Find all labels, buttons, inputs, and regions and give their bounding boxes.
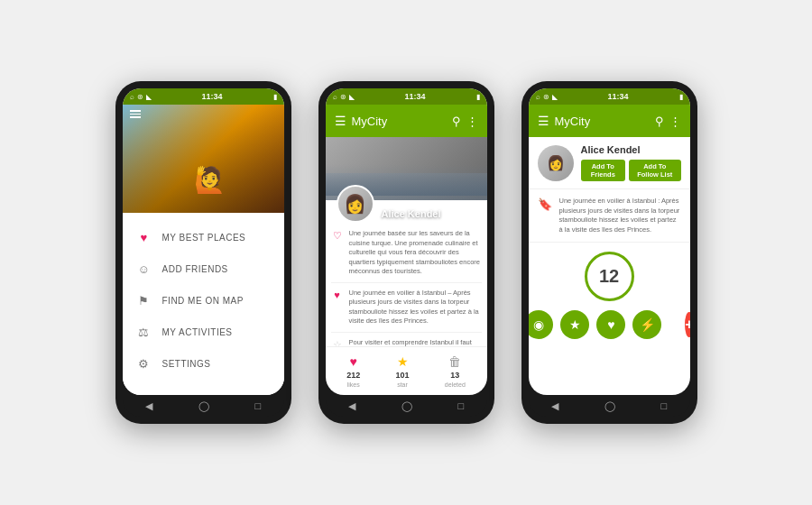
status-icons-3: ⌕ ⊛ ◣ — [536, 93, 558, 101]
menu-label-find-map: FIND ME ON MAP — [162, 296, 244, 306]
person-icon: ☺ — [137, 262, 152, 276]
menu-item-best-places[interactable]: ♥ MY BEST PLACES — [123, 222, 284, 253]
status-bar-2: ⌕ ⊛ ◣ 11:34 ▮ — [326, 88, 487, 105]
phones-container: ⌕ ⊛ ◣ 11:34 ▮ 🙋 — [97, 63, 715, 442]
activities-icon: ⚖ — [137, 326, 152, 339]
recent-icon-3[interactable]: □ — [660, 400, 667, 411]
phone-2-screen: ⌕ ⊛ ◣ 11:34 ▮ ☰ MyCity ⚲ ⋮ — [326, 88, 487, 395]
home-icon[interactable]: ◯ — [198, 400, 209, 412]
wifi-icon: ⊛ — [137, 93, 143, 101]
toolbar-action-icons-2: ⚲ ⋮ — [452, 115, 478, 128]
profile-header-2: 👩 Alice Kendel — [326, 137, 487, 218]
toolbar-action-icons-3: ⚲ ⋮ — [655, 115, 681, 128]
add-to-friends-button[interactable]: Add To Friends — [581, 160, 626, 181]
score-value-3: 12 — [599, 266, 619, 287]
fab-button-3[interactable]: + — [685, 312, 689, 337]
search-icon-2[interactable]: ⚲ — [452, 115, 461, 128]
heart-action-button[interactable]: ♥ — [596, 310, 625, 339]
profile-avatar-3: 👩 — [538, 145, 574, 181]
status-icons-2: ⌕ ⊛ ◣ — [333, 93, 355, 101]
stat-deleted-label: deleted — [445, 381, 466, 388]
heart-icon: ♥ — [137, 231, 152, 244]
toolbar-3: ☰ MyCity ⚲ ⋮ — [529, 105, 690, 137]
back-icon-2[interactable]: ◀ — [348, 400, 355, 412]
stat-likes: ♥ 212 likes — [346, 354, 360, 388]
bluetooth-icon-3: ⌕ — [536, 93, 540, 101]
back-icon[interactable]: ◀ — [145, 400, 152, 412]
stat-deleted-value: 13 — [450, 371, 459, 380]
feed-item-0: ♡ Une journée basée sur les saveurs de l… — [331, 224, 482, 283]
recent-icon-2[interactable]: □ — [457, 400, 464, 411]
phone-nav-3: ◀ ◯ □ — [529, 395, 690, 417]
settings-icon: ⚙ — [137, 357, 152, 371]
description-text-3: Une journée en voilier à Istanbul : Aprè… — [559, 197, 681, 234]
location-icon: ◉ — [533, 317, 544, 332]
back-icon-3[interactable]: ◀ — [551, 400, 558, 412]
add-to-follow-list-button[interactable]: Add To Follow List — [629, 160, 680, 181]
heart-icon-3: ♥ — [607, 317, 614, 332]
phone-1-screen: ⌕ ⊛ ◣ 11:34 ▮ 🙋 — [123, 88, 284, 395]
phone-2: ⌕ ⊛ ◣ 11:34 ▮ ☰ MyCity ⚲ ⋮ — [318, 81, 494, 424]
stat-stars: ★ 101 star — [396, 354, 410, 388]
lightning-icon: ⚡ — [640, 317, 655, 332]
more-icon-2[interactable]: ⋮ — [466, 115, 478, 128]
phone-1: ⌕ ⊛ ◣ 11:34 ▮ 🙋 — [115, 81, 291, 424]
feed-text-0: Une journée basée sur les saveurs de la … — [349, 229, 482, 277]
feed-text-1: Une journée en voilier à Istanbul – Aprè… — [349, 289, 482, 326]
description-section-3: 🔖 Une journée en voilier à Istanbul : Ap… — [529, 189, 690, 243]
menu-item-add-friends[interactable]: ☺ ADD FRIENDS — [123, 253, 284, 285]
star-action-button[interactable]: ★ — [560, 310, 589, 339]
hamburger-icon-3[interactable]: ☰ — [538, 114, 549, 128]
stat-likes-label: likes — [347, 381, 360, 388]
profile-avatar-2: 👩 — [337, 185, 374, 223]
signal-icon: ◣ — [146, 93, 152, 101]
status-bar-1: ⌕ ⊛ ◣ 11:34 ▮ — [123, 88, 284, 105]
hamburger-icon-2[interactable]: ☰ — [335, 114, 346, 128]
phone-nav-1: ◀ ◯ □ — [123, 395, 284, 417]
status-time-3: 11:34 — [607, 92, 628, 101]
map-icon: ⚑ — [137, 294, 152, 308]
bluetooth-icon-2: ⌕ — [333, 93, 337, 101]
side-menu: ♥ MY BEST PLACES ☺ ADD FRIENDS ⚑ FIND ME… — [123, 213, 284, 395]
feed-list-2: ♡ Une journée basée sur les saveurs de l… — [326, 218, 487, 346]
avatar-icon-2: 👩 — [344, 193, 366, 215]
search-icon-3[interactable]: ⚲ — [655, 115, 664, 128]
more-icon-3[interactable]: ⋮ — [669, 115, 681, 128]
stat-likes-value: 212 — [346, 371, 360, 380]
user-name-3: Alice Kendel — [581, 144, 681, 155]
status-time-1: 11:34 — [201, 92, 222, 101]
hamburger-menu[interactable] — [130, 110, 141, 118]
lightning-action-button[interactable]: ⚡ — [632, 310, 661, 339]
menu-item-find-map[interactable]: ⚑ FIND ME ON MAP — [123, 285, 284, 317]
plus-icon-3: + — [685, 317, 689, 333]
wifi-icon-3: ⊛ — [543, 93, 549, 101]
home-icon-3[interactable]: ◯ — [604, 400, 615, 412]
menu-label-best-places: MY BEST PLACES — [162, 233, 246, 243]
avatar-icon-3: 👩 — [547, 154, 565, 171]
status-bar-3: ⌕ ⊛ ◣ 11:34 ▮ — [529, 88, 690, 105]
bookmark-icon-3: 🔖 — [538, 197, 552, 211]
menu-item-settings[interactable]: ⚙ SETTINGS — [123, 348, 284, 380]
score-section-3: 12 ◉ ★ ♥ ⚡ — [529, 243, 690, 348]
stat-heart-icon: ♥ — [350, 354, 357, 369]
toolbar-2: ☰ MyCity ⚲ ⋮ — [326, 105, 487, 137]
action-buttons-3: Add To Friends Add To Follow List — [581, 160, 681, 181]
profile-section-3: 👩 Alice Kendel Add To Friends Add To Fol… — [529, 137, 690, 189]
profile-name-2: Alice Kendel — [382, 208, 441, 223]
signal-icon-3: ◣ — [552, 93, 558, 101]
status-icons-1: ⌕ ⊛ ◣ — [130, 93, 152, 101]
stats-bar-2: ♥ 212 likes ★ 101 star 🗑 13 deleted — [326, 346, 487, 395]
feed-item-1: ♥ Une journée en voilier à Istanbul – Ap… — [331, 283, 482, 333]
bluetooth-icon: ⌕ — [130, 93, 134, 101]
stat-stars-value: 101 — [396, 371, 410, 380]
phone-3-screen: ⌕ ⊛ ◣ 11:34 ▮ ☰ MyCity ⚲ ⋮ 👩 — [529, 88, 690, 395]
home-icon-2[interactable]: ◯ — [401, 400, 412, 412]
recent-icon[interactable]: □ — [254, 400, 261, 411]
menu-item-activities[interactable]: ⚖ MY ACTIVITIES — [123, 317, 284, 348]
phone-nav-2: ◀ ◯ □ — [326, 395, 487, 417]
menu-label-activities: MY ACTIVITIES — [162, 327, 233, 337]
toolbar-title-2: MyCity — [352, 115, 452, 128]
signal-icon-2: ◣ — [349, 93, 355, 101]
user-info-3: Alice Kendel Add To Friends Add To Follo… — [581, 144, 681, 181]
location-action-button[interactable]: ◉ — [529, 310, 554, 339]
